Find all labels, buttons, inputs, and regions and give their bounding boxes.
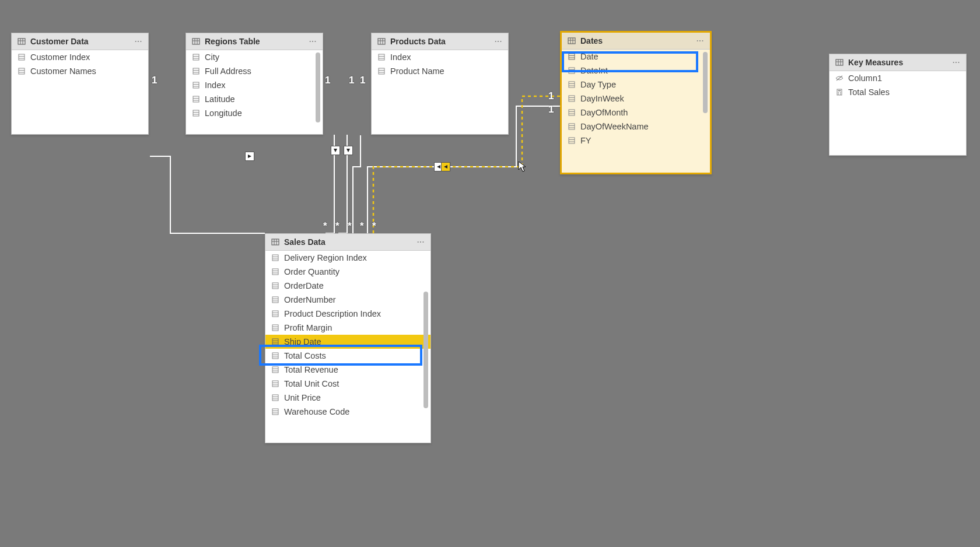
- field-label: Total Unit Cost: [284, 379, 339, 388]
- field-row[interactable]: Day Type: [562, 78, 710, 92]
- field-label: DayOfWeekName: [580, 122, 649, 131]
- field-list: Column1 Total Sales: [830, 71, 966, 155]
- field-label: DayOfMonth: [580, 108, 628, 117]
- svg-rect-73: [838, 94, 839, 95]
- filter-direction-arrow[interactable]: [245, 152, 254, 161]
- table-menu-icon[interactable]: ···: [495, 37, 502, 45]
- table-header[interactable]: Regions Table ···: [186, 33, 323, 50]
- table-customer-data[interactable]: Customer Data ··· Customer Index Custome…: [11, 33, 149, 135]
- field-list: Delivery Region Index Order Quantity Ord…: [265, 251, 430, 443]
- table-menu-icon[interactable]: ···: [309, 37, 317, 45]
- field-row-date[interactable]: Date: [562, 50, 710, 64]
- field-row-ship-date[interactable]: Ship Date: [265, 335, 430, 349]
- column-icon: [271, 268, 279, 276]
- svg-rect-20: [193, 82, 199, 88]
- scrollbar[interactable]: [424, 292, 428, 408]
- field-row[interactable]: DayInWeek: [562, 92, 710, 106]
- table-sales-data[interactable]: Sales Data ··· Delivery Region Index Ord…: [265, 233, 431, 443]
- svg-rect-70: [838, 90, 841, 92]
- cardinality-one: 1: [152, 75, 157, 86]
- table-icon: [271, 238, 279, 246]
- field-row[interactable]: Total Revenue: [265, 363, 430, 377]
- model-canvas[interactable]: Customer Data ··· Customer Index Custome…: [0, 0, 980, 547]
- field-label: Total Revenue: [284, 365, 338, 374]
- field-row[interactable]: Warehouse Code: [265, 405, 430, 419]
- table-header[interactable]: Key Measures ···: [830, 54, 966, 71]
- table-key-measures[interactable]: Key Measures ··· Column1 Total Sales: [829, 54, 967, 156]
- cardinality-one: 1: [349, 75, 354, 86]
- field-row[interactable]: DateInt: [562, 64, 710, 78]
- scrollbar[interactable]: [316, 52, 320, 122]
- field-label: Total Costs: [284, 351, 326, 360]
- svg-rect-88: [272, 297, 278, 303]
- field-row[interactable]: Column1: [830, 71, 966, 85]
- svg-rect-91: [272, 311, 278, 317]
- table-header[interactable]: Customer Data ···: [12, 33, 148, 50]
- table-title: Key Measures: [848, 58, 948, 67]
- column-icon: [192, 95, 200, 103]
- cursor-icon: [518, 161, 527, 173]
- table-menu-icon[interactable]: ···: [696, 37, 704, 45]
- table-icon: [192, 37, 200, 45]
- svg-rect-43: [569, 54, 575, 59]
- table-header[interactable]: Dates ···: [562, 33, 710, 50]
- field-list: City Full Address Index Latitude Longitu…: [186, 50, 323, 134]
- table-regions[interactable]: Regions Table ··· City Full Address Inde…: [186, 33, 323, 135]
- column-icon: [568, 122, 576, 131]
- field-row[interactable]: Product Name: [372, 64, 508, 78]
- field-row[interactable]: OrderNumber: [265, 293, 430, 307]
- table-menu-icon[interactable]: ···: [135, 37, 142, 45]
- field-row[interactable]: Full Address: [186, 64, 323, 78]
- column-icon: [18, 67, 26, 75]
- svg-rect-71: [838, 92, 839, 93]
- field-row[interactable]: Longitude: [186, 106, 323, 120]
- filter-direction-arrow[interactable]: [344, 146, 353, 155]
- column-icon: [271, 296, 279, 304]
- table-header[interactable]: Products Data ···: [372, 33, 508, 50]
- column-icon: [568, 136, 576, 145]
- svg-rect-52: [569, 96, 575, 101]
- field-row[interactable]: OrderDate: [265, 279, 430, 293]
- column-icon: [568, 80, 576, 89]
- field-row[interactable]: DayOfMonth: [562, 106, 710, 120]
- field-row[interactable]: Unit Price: [265, 391, 430, 405]
- field-label: OrderDate: [284, 281, 324, 290]
- column-icon: [271, 408, 279, 416]
- field-row[interactable]: Delivery Region Index: [265, 251, 430, 265]
- field-row[interactable]: Index: [186, 78, 323, 92]
- svg-rect-4: [19, 54, 24, 60]
- field-row[interactable]: DayOfWeekName: [562, 120, 710, 134]
- cardinality-one: 1: [360, 75, 365, 86]
- table-products[interactable]: Products Data ··· Index Product Name: [371, 33, 509, 135]
- column-icon: [271, 366, 279, 374]
- field-row[interactable]: Index: [372, 50, 508, 64]
- table-menu-icon[interactable]: ···: [417, 238, 425, 246]
- table-dates[interactable]: Dates ··· Date DateInt Day Type DayInWee…: [560, 31, 712, 174]
- filter-direction-arrow-active[interactable]: [441, 162, 450, 171]
- svg-rect-100: [272, 353, 278, 359]
- column-icon: [271, 380, 279, 388]
- field-row[interactable]: Customer Index: [12, 50, 148, 64]
- field-row[interactable]: Profit Margin: [265, 321, 430, 335]
- field-row[interactable]: Order Quantity: [265, 265, 430, 279]
- field-row[interactable]: Customer Names: [12, 64, 148, 78]
- field-list: Customer Index Customer Names: [12, 50, 148, 134]
- table-title: Regions Table: [205, 37, 304, 46]
- field-row[interactable]: Product Description Index: [265, 307, 430, 321]
- svg-rect-106: [272, 381, 278, 387]
- field-row[interactable]: City: [186, 50, 323, 64]
- svg-rect-0: [18, 38, 25, 44]
- scrollbar[interactable]: [703, 52, 708, 113]
- table-menu-icon[interactable]: ···: [953, 58, 960, 66]
- field-row[interactable]: Total Unit Cost: [265, 377, 430, 391]
- field-label: Product Description Index: [284, 309, 381, 318]
- column-icon: [568, 52, 576, 61]
- field-row[interactable]: Latitude: [186, 92, 323, 106]
- table-header[interactable]: Sales Data ···: [265, 234, 430, 251]
- field-row[interactable]: Total Sales: [830, 85, 966, 99]
- column-icon: [271, 254, 279, 262]
- field-row[interactable]: FY: [562, 134, 710, 148]
- field-row[interactable]: Total Costs: [265, 349, 430, 363]
- field-label: Index: [390, 52, 411, 62]
- filter-direction-arrow[interactable]: [331, 146, 340, 155]
